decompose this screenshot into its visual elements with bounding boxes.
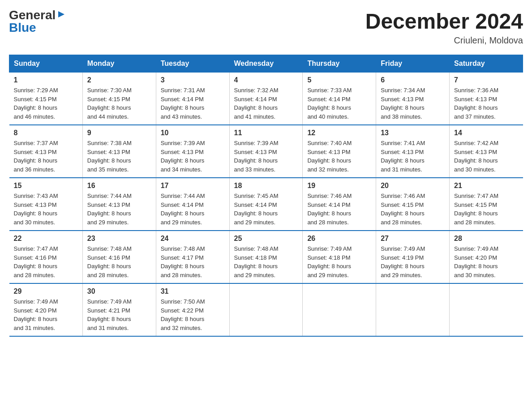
day-info: Sunrise: 7:50 AM Sunset: 4:22 PM Dayligh… <box>161 297 225 332</box>
calendar-cell: 31 Sunrise: 7:50 AM Sunset: 4:22 PM Dayl… <box>156 283 229 336</box>
day-info: Sunrise: 7:43 AM Sunset: 4:13 PM Dayligh… <box>14 192 78 227</box>
day-number: 4 <box>234 76 298 84</box>
day-number: 7 <box>454 76 518 84</box>
day-number: 20 <box>381 182 445 190</box>
calendar-cell: 20 Sunrise: 7:46 AM Sunset: 4:15 PM Dayl… <box>376 178 450 231</box>
calendar-cell <box>376 283 450 336</box>
calendar-header-row: SundayMondayTuesdayWednesdayThursdayFrid… <box>9 55 523 73</box>
day-info: Sunrise: 7:49 AM Sunset: 4:20 PM Dayligh… <box>454 244 518 279</box>
day-number: 9 <box>87 129 151 137</box>
day-number: 24 <box>161 235 225 243</box>
calendar-cell: 12 Sunrise: 7:40 AM Sunset: 4:13 PM Dayl… <box>303 125 376 178</box>
calendar-week-5: 29 Sunrise: 7:49 AM Sunset: 4:20 PM Dayl… <box>9 283 523 336</box>
month-title: December 2024 <box>365 9 523 34</box>
calendar-cell: 10 Sunrise: 7:39 AM Sunset: 4:13 PM Dayl… <box>156 125 229 178</box>
calendar-cell: 4 Sunrise: 7:32 AM Sunset: 4:14 PM Dayli… <box>229 73 303 125</box>
day-number: 15 <box>14 182 78 190</box>
logo-blue-text: Blue <box>9 21 36 34</box>
header-saturday: Saturday <box>450 55 523 73</box>
day-number: 18 <box>234 182 298 190</box>
calendar-week-2: 8 Sunrise: 7:37 AM Sunset: 4:13 PM Dayli… <box>9 125 523 178</box>
svg-marker-0 <box>58 11 64 17</box>
calendar-week-4: 22 Sunrise: 7:47 AM Sunset: 4:16 PM Dayl… <box>9 231 523 283</box>
day-info: Sunrise: 7:37 AM Sunset: 4:13 PM Dayligh… <box>14 139 78 174</box>
day-info: Sunrise: 7:49 AM Sunset: 4:18 PM Dayligh… <box>307 244 371 279</box>
calendar-cell: 26 Sunrise: 7:49 AM Sunset: 4:18 PM Dayl… <box>303 231 376 283</box>
day-info: Sunrise: 7:39 AM Sunset: 4:13 PM Dayligh… <box>234 139 298 174</box>
day-number: 22 <box>14 235 78 243</box>
calendar-cell: 7 Sunrise: 7:36 AM Sunset: 4:13 PM Dayli… <box>450 73 523 125</box>
calendar-cell: 28 Sunrise: 7:49 AM Sunset: 4:20 PM Dayl… <box>450 231 523 283</box>
calendar-week-1: 1 Sunrise: 7:29 AM Sunset: 4:15 PM Dayli… <box>9 73 523 125</box>
calendar-cell: 11 Sunrise: 7:39 AM Sunset: 4:13 PM Dayl… <box>229 125 303 178</box>
calendar-cell: 16 Sunrise: 7:44 AM Sunset: 4:13 PM Dayl… <box>82 178 156 231</box>
day-number: 19 <box>307 182 371 190</box>
day-number: 27 <box>381 235 445 243</box>
day-number: 8 <box>14 129 78 137</box>
calendar-cell: 30 Sunrise: 7:49 AM Sunset: 4:21 PM Dayl… <box>82 283 156 336</box>
calendar-cell: 2 Sunrise: 7:30 AM Sunset: 4:15 PM Dayli… <box>82 73 156 125</box>
day-info: Sunrise: 7:47 AM Sunset: 4:15 PM Dayligh… <box>454 192 518 227</box>
day-number: 11 <box>234 129 298 137</box>
day-number: 14 <box>454 129 518 137</box>
day-number: 31 <box>161 287 225 295</box>
calendar-cell: 29 Sunrise: 7:49 AM Sunset: 4:20 PM Dayl… <box>9 283 83 336</box>
header-friday: Friday <box>376 55 450 73</box>
day-number: 25 <box>234 235 298 243</box>
day-info: Sunrise: 7:45 AM Sunset: 4:14 PM Dayligh… <box>234 192 298 227</box>
day-info: Sunrise: 7:36 AM Sunset: 4:13 PM Dayligh… <box>454 86 518 121</box>
calendar-cell: 13 Sunrise: 7:41 AM Sunset: 4:13 PM Dayl… <box>376 125 450 178</box>
calendar-cell: 9 Sunrise: 7:38 AM Sunset: 4:13 PM Dayli… <box>82 125 156 178</box>
logo: General Blue <box>9 9 66 34</box>
calendar-cell: 15 Sunrise: 7:43 AM Sunset: 4:13 PM Dayl… <box>9 178 83 231</box>
calendar-cell: 8 Sunrise: 7:37 AM Sunset: 4:13 PM Dayli… <box>9 125 83 178</box>
day-info: Sunrise: 7:29 AM Sunset: 4:15 PM Dayligh… <box>14 86 78 121</box>
day-number: 10 <box>161 129 225 137</box>
day-number: 16 <box>87 182 151 190</box>
calendar-week-3: 15 Sunrise: 7:43 AM Sunset: 4:13 PM Dayl… <box>9 178 523 231</box>
day-number: 1 <box>14 76 78 84</box>
calendar-cell: 18 Sunrise: 7:45 AM Sunset: 4:14 PM Dayl… <box>229 178 303 231</box>
calendar-cell: 17 Sunrise: 7:44 AM Sunset: 4:14 PM Dayl… <box>156 178 229 231</box>
day-number: 21 <box>454 182 518 190</box>
day-info: Sunrise: 7:33 AM Sunset: 4:14 PM Dayligh… <box>307 86 371 121</box>
day-info: Sunrise: 7:39 AM Sunset: 4:13 PM Dayligh… <box>161 139 225 174</box>
day-number: 29 <box>14 287 78 295</box>
calendar-cell: 6 Sunrise: 7:34 AM Sunset: 4:13 PM Dayli… <box>376 73 450 125</box>
calendar-cell <box>303 283 376 336</box>
logo-general-text: General <box>9 9 56 21</box>
calendar-cell: 3 Sunrise: 7:31 AM Sunset: 4:14 PM Dayli… <box>156 73 229 125</box>
title-block: December 2024 Criuleni, Moldova <box>365 9 523 46</box>
day-info: Sunrise: 7:44 AM Sunset: 4:14 PM Dayligh… <box>161 192 225 227</box>
day-number: 23 <box>87 235 151 243</box>
day-number: 2 <box>87 76 151 84</box>
header-thursday: Thursday <box>303 55 376 73</box>
day-number: 6 <box>381 76 445 84</box>
day-info: Sunrise: 7:47 AM Sunset: 4:16 PM Dayligh… <box>14 244 78 279</box>
calendar-cell: 23 Sunrise: 7:48 AM Sunset: 4:16 PM Dayl… <box>82 231 156 283</box>
day-number: 26 <box>307 235 371 243</box>
calendar-cell: 21 Sunrise: 7:47 AM Sunset: 4:15 PM Dayl… <box>450 178 523 231</box>
calendar-cell: 5 Sunrise: 7:33 AM Sunset: 4:14 PM Dayli… <box>303 73 376 125</box>
day-info: Sunrise: 7:40 AM Sunset: 4:13 PM Dayligh… <box>307 139 371 174</box>
day-number: 3 <box>161 76 225 84</box>
day-info: Sunrise: 7:48 AM Sunset: 4:16 PM Dayligh… <box>87 244 151 279</box>
day-number: 12 <box>307 129 371 137</box>
day-info: Sunrise: 7:46 AM Sunset: 4:15 PM Dayligh… <box>381 192 445 227</box>
header-sunday: Sunday <box>9 55 83 73</box>
calendar-cell: 25 Sunrise: 7:48 AM Sunset: 4:18 PM Dayl… <box>229 231 303 283</box>
day-info: Sunrise: 7:32 AM Sunset: 4:14 PM Dayligh… <box>234 86 298 121</box>
day-info: Sunrise: 7:41 AM Sunset: 4:13 PM Dayligh… <box>381 139 445 174</box>
day-info: Sunrise: 7:42 AM Sunset: 4:13 PM Dayligh… <box>454 139 518 174</box>
header-monday: Monday <box>82 55 156 73</box>
day-info: Sunrise: 7:34 AM Sunset: 4:13 PM Dayligh… <box>381 86 445 121</box>
calendar-cell: 24 Sunrise: 7:48 AM Sunset: 4:17 PM Dayl… <box>156 231 229 283</box>
day-number: 13 <box>381 129 445 137</box>
day-info: Sunrise: 7:49 AM Sunset: 4:19 PM Dayligh… <box>381 244 445 279</box>
day-info: Sunrise: 7:49 AM Sunset: 4:20 PM Dayligh… <box>14 297 78 332</box>
calendar-cell: 14 Sunrise: 7:42 AM Sunset: 4:13 PM Dayl… <box>450 125 523 178</box>
location: Criuleni, Moldova <box>365 35 523 46</box>
calendar-table: SundayMondayTuesdayWednesdayThursdayFrid… <box>9 55 523 337</box>
day-info: Sunrise: 7:44 AM Sunset: 4:13 PM Dayligh… <box>87 192 151 227</box>
day-info: Sunrise: 7:31 AM Sunset: 4:14 PM Dayligh… <box>161 86 225 121</box>
